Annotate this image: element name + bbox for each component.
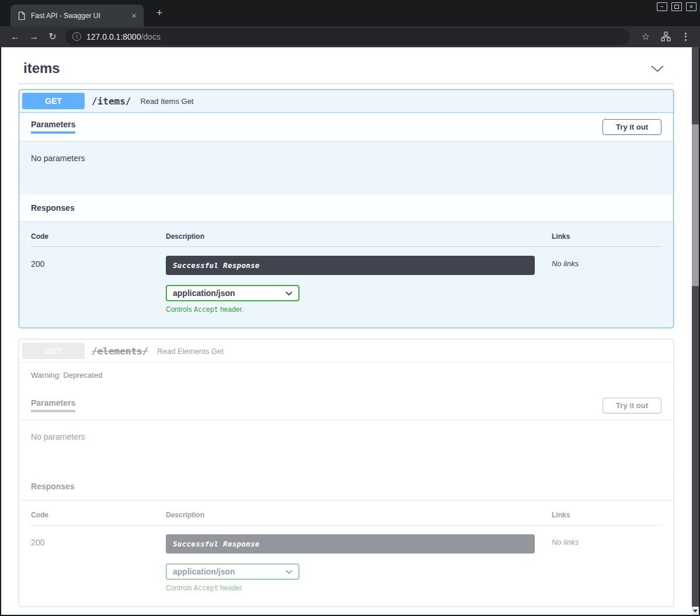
deprecated-warning: Warning: Deprecated — [19, 363, 673, 391]
try-it-out-button[interactable]: Try it out — [603, 119, 661, 135]
content-type-value: application/json — [173, 288, 235, 298]
responses-title: Responses — [31, 482, 75, 491]
responses-body: Code Description Links 200 Successful Re… — [19, 221, 673, 328]
page-favicon-icon — [18, 11, 26, 20]
toolbar-right: ☆ — [636, 31, 695, 42]
response-links: No links — [552, 256, 661, 314]
swagger-page: items GET /items/ Read Items Get Paramet… — [1, 47, 692, 615]
method-badge: GET — [22, 93, 85, 109]
page-scrollbar[interactable] — [692, 47, 699, 615]
operation-path: /elements/ — [92, 346, 148, 357]
col-links-header: Links — [552, 511, 661, 519]
responses-table-header: Code Description Links — [31, 511, 661, 525]
parameters-body: No parameters — [19, 419, 673, 473]
col-code-header: Code — [31, 232, 166, 241]
response-description-cell: Successful Response application/json Con… — [166, 256, 552, 314]
response-description: Successful Response — [166, 534, 535, 554]
col-links-header: Links — [552, 232, 661, 241]
maximize-button[interactable] — [671, 2, 682, 11]
no-parameters-text: No parameters — [31, 154, 85, 163]
operation-description: Read Elements Get — [157, 347, 223, 356]
page-wrap: items GET /items/ Read Items Get Paramet… — [0, 47, 700, 616]
response-code: 200 — [31, 534, 166, 592]
scrollbar-down-button[interactable] — [692, 607, 699, 615]
opblock-get-elements-deprecated: GET /elements/ Read Elements Get Warning… — [19, 339, 674, 607]
col-code-header: Code — [31, 511, 166, 519]
response-code: 200 — [31, 256, 166, 314]
tab-title: Fast API - Swagger UI — [31, 12, 130, 20]
tab-groups-icon[interactable] — [656, 32, 675, 41]
maximize-icon — [674, 5, 679, 9]
parameters-header: Parameters Try it out — [19, 113, 673, 141]
parameters-title: Parameters — [31, 398, 75, 412]
content-type-select[interactable]: application/json — [166, 563, 299, 580]
new-tab-button[interactable]: + — [152, 7, 167, 18]
hint-code: Accept — [194, 305, 218, 314]
browser-window: Fast API - Swagger UI × + − × ← → ↻ i 12… — [0, 0, 700, 616]
browser-tab[interactable]: Fast API - Swagger UI × — [11, 5, 144, 26]
operation-summary-elements[interactable]: GET /elements/ Read Elements Get — [19, 340, 673, 363]
parameters-title: Parameters — [31, 120, 75, 134]
forward-icon[interactable]: → — [25, 32, 43, 41]
opblock-get-items: GET /items/ Read Items Get Parameters Tr… — [19, 89, 674, 328]
api-tag-section-header[interactable]: items — [19, 57, 674, 84]
operation-path: /items/ — [92, 96, 131, 107]
tag-title: items — [23, 60, 60, 76]
response-links: No links — [552, 534, 661, 592]
method-badge: GET — [22, 343, 85, 359]
parameters-body: No parameters — [19, 141, 673, 194]
window-controls: − × — [657, 2, 696, 11]
content-type-value: application/json — [173, 567, 235, 576]
collapse-chevron-icon[interactable] — [650, 65, 664, 72]
address-bar[interactable]: i 127.0.0.1:8000/docs — [65, 29, 630, 45]
scroll-down-arrow-icon — [693, 610, 698, 612]
close-button[interactable]: × — [686, 2, 696, 11]
accept-header-hint: Controls Accept header. — [166, 584, 552, 592]
operation-summary-items[interactable]: GET /items/ Read Items Get — [19, 90, 673, 113]
hint-prefix: Controls — [166, 305, 194, 314]
response-description-cell: Successful Response application/json Con… — [166, 534, 552, 592]
responses-header: Responses — [19, 194, 673, 221]
responses-title: Responses — [31, 203, 75, 213]
response-description: Successful Response — [166, 256, 535, 275]
minimize-button[interactable]: − — [657, 2, 667, 11]
responses-table-header: Code Description Links — [31, 232, 661, 247]
try-it-out-button[interactable]: Try it out — [603, 398, 661, 413]
operation-description: Read Items Get — [140, 97, 193, 106]
hint-code: Accept — [194, 584, 218, 592]
scrollbar-thumb[interactable] — [692, 124, 699, 286]
hint-suffix: header. — [218, 584, 243, 592]
chevron-down-icon — [285, 570, 292, 574]
response-row: 200 Successful Response application/json… — [31, 525, 661, 592]
responses-body: Code Description Links 200 Successful Re… — [19, 500, 673, 606]
accept-header-hint: Controls Accept header. — [166, 305, 552, 314]
response-row: 200 Successful Response application/json… — [31, 247, 661, 314]
hint-prefix: Controls — [166, 584, 194, 592]
chevron-down-icon — [285, 291, 292, 295]
url-path: /docs — [141, 32, 160, 41]
menu-kebab-icon[interactable] — [675, 33, 695, 41]
responses-header: Responses — [19, 473, 673, 500]
browser-toolbar: ← → ↻ i 127.0.0.1:8000/docs ☆ — [0, 26, 700, 47]
hint-suffix: header. — [218, 305, 243, 314]
parameters-header: Parameters Try it out — [19, 391, 673, 419]
col-description-header: Description — [166, 511, 552, 519]
window-titlebar: Fast API - Swagger UI × + − × — [0, 0, 700, 26]
url-origin: 127.0.0.1:8000 — [86, 32, 141, 41]
bookmark-star-icon[interactable]: ☆ — [636, 31, 656, 42]
no-parameters-text: No parameters — [31, 432, 85, 441]
col-description-header: Description — [166, 232, 552, 241]
site-info-icon[interactable]: i — [72, 32, 81, 41]
back-icon[interactable]: ← — [6, 32, 25, 41]
content-type-select[interactable]: application/json — [166, 285, 299, 301]
tab-close-icon[interactable]: × — [130, 11, 138, 20]
reload-icon[interactable]: ↻ — [43, 32, 62, 41]
